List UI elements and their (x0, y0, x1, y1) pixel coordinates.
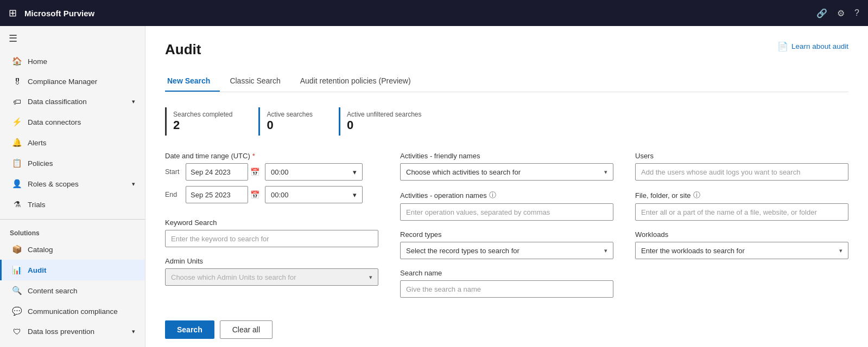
help-icon[interactable]: ? (854, 8, 859, 18)
sidebar-item-content-search-label: Content search (28, 287, 78, 295)
app-title: Microsoft Purview (24, 9, 816, 18)
sidebar-item-roles-scopes[interactable]: 👤 Roles & scopes ▾ (0, 174, 145, 194)
chevron-down-icon: ▾ (132, 181, 135, 188)
admin-units-field: Admin Units Choose which Admin Units to … (165, 257, 378, 286)
workloads-field: Workloads Enter the workloads to search … (635, 230, 848, 259)
end-date-row: End 📅 00:00 ▾ (165, 186, 378, 203)
calendar-icon[interactable]: 📅 (250, 190, 259, 199)
record-types-label: Record types (400, 230, 613, 239)
sidebar-item-trials[interactable]: ⚗ Trials (0, 194, 145, 215)
info-icon[interactable]: ⓘ (693, 190, 700, 200)
learn-link-text: Learn about audit (791, 42, 848, 50)
connectors-icon: ⚡ (11, 117, 22, 127)
file-folder-input[interactable] (635, 203, 848, 221)
start-date-input[interactable] (186, 163, 248, 181)
sidebar-item-alerts[interactable]: 🔔 Alerts (0, 132, 145, 153)
content-area: Audit 📄 Learn about audit New Search Cla… (145, 26, 868, 347)
compliance-icon: 🎖 (11, 77, 22, 86)
record-types-select[interactable]: Select the record types to search for ▾ (400, 242, 613, 259)
activities-friendly-placeholder: Choose which activities to search for (406, 168, 604, 176)
workloads-placeholder: Enter the workloads to search for (641, 247, 839, 255)
sidebar-item-catalog-label: Catalog (28, 246, 53, 254)
start-date-row: Start 📅 00:00 ▾ (165, 163, 378, 181)
date-time-field: Date and time range (UTC) * Start 📅 00:0… (165, 152, 378, 209)
sidebar: ☰ 🏠 Home 🎖 Compliance Manager 🏷 Data cla… (0, 26, 145, 347)
info-icon[interactable]: ⓘ (489, 190, 496, 200)
page-title: Audit (165, 41, 201, 58)
record-types-field: Record types Select the record types to … (400, 230, 613, 259)
admin-units-placeholder: Choose which Admin Units to search for (171, 273, 369, 281)
sidebar-item-home[interactable]: 🏠 Home (0, 51, 145, 72)
search-name-input[interactable] (400, 280, 613, 298)
clear-all-button[interactable]: Clear all (220, 320, 273, 339)
chevron-down-icon: ▾ (353, 191, 357, 199)
chevron-down-icon: ▾ (353, 168, 357, 176)
communication-icon: 💬 (11, 306, 22, 316)
sidebar-divider (0, 219, 145, 220)
keyword-input[interactable] (165, 230, 378, 247)
stat-searches-completed: Searches completed 2 (165, 107, 248, 136)
gear-icon[interactable]: ⚙ (837, 8, 845, 18)
activities-friendly-label: Activities - friendly names (400, 152, 613, 160)
sidebar-item-connectors-label: Data connectors (28, 118, 81, 126)
sidebar-item-content-search[interactable]: 🔍 Content search (0, 280, 145, 301)
share-icon[interactable]: 🔗 (816, 8, 827, 18)
sidebar-item-compliance-manager[interactable]: 🎖 Compliance Manager (0, 72, 145, 92)
chevron-down-icon: ▾ (839, 247, 842, 254)
hamburger-icon[interactable]: ☰ (0, 26, 145, 51)
stat-searches-completed-label: Searches completed (173, 111, 232, 118)
sidebar-item-policies[interactable]: 📋 Policies (0, 153, 145, 174)
stat-active-searches: Active searches 0 (258, 107, 328, 136)
chevron-down-icon: ▾ (604, 169, 607, 176)
sidebar-item-data-loss-prevention[interactable]: 🛡 Data loss prevention ▾ (0, 322, 145, 342)
users-field: Users (635, 152, 848, 181)
solutions-label: Solutions (0, 224, 145, 239)
stat-active-unfiltered-label: Active unfiltered searches (347, 111, 421, 118)
end-date-input[interactable] (186, 186, 248, 203)
activities-operation-input[interactable] (400, 203, 613, 221)
search-icon: 🔍 (11, 286, 22, 295)
learn-about-audit-link[interactable]: 📄 Learn about audit (777, 41, 848, 52)
main-layout: ☰ 🏠 Home 🎖 Compliance Manager 🏷 Data cla… (0, 26, 868, 347)
doc-icon: 📄 (777, 41, 788, 52)
users-label: Users (635, 152, 848, 160)
stat-active-searches-label: Active searches (267, 111, 313, 118)
form-col-2: Activities - friendly names Choose which… (400, 152, 613, 307)
admin-units-select[interactable]: Choose which Admin Units to search for ▾ (165, 268, 378, 286)
tab-new-search[interactable]: New Search (165, 71, 220, 92)
workloads-select[interactable]: Enter the workloads to search for ▾ (635, 242, 848, 259)
end-date-input-wrapper: 📅 (186, 186, 262, 203)
stat-searches-completed-value: 2 (173, 118, 232, 132)
tabs-bar: New Search Classic Search Audit retentio… (165, 71, 848, 92)
topbar-icons: 🔗 ⚙ ? (816, 8, 859, 18)
search-name-label: Search name (400, 269, 613, 277)
calendar-icon[interactable]: 📅 (250, 168, 259, 176)
alerts-icon: 🔔 (11, 138, 22, 147)
sidebar-item-audit[interactable]: 📊 Audit (0, 260, 145, 280)
topbar: ⊞ Microsoft Purview 🔗 ⚙ ? (0, 0, 868, 26)
tab-classic-search[interactable]: Classic Search (227, 71, 290, 92)
stat-active-unfiltered: Active unfiltered searches 0 (339, 107, 436, 136)
search-button[interactable]: Search (165, 320, 214, 339)
activities-friendly-field: Activities - friendly names Choose which… (400, 152, 613, 181)
search-form: Date and time range (UTC) * Start 📅 00:0… (165, 152, 848, 307)
policies-icon: 📋 (11, 158, 22, 168)
stat-active-searches-value: 0 (267, 118, 313, 132)
grid-icon[interactable]: ⊞ (9, 7, 17, 19)
sidebar-item-data-classification[interactable]: 🏷 Data classification ▾ (0, 92, 145, 112)
activities-friendly-select[interactable]: Choose which activities to search for ▾ (400, 163, 613, 181)
sidebar-item-catalog[interactable]: 📦 Catalog (0, 239, 145, 260)
sidebar-item-compliance-label: Compliance Manager (28, 78, 97, 86)
dlp-icon: 🛡 (11, 327, 22, 336)
required-indicator: * (252, 152, 255, 160)
stat-active-unfiltered-value: 0 (347, 118, 421, 132)
users-input[interactable] (635, 163, 848, 181)
date-time-label: Date and time range (UTC) * (165, 152, 378, 160)
end-time-select[interactable]: 00:00 ▾ (265, 186, 363, 203)
keyword-label: Keyword Search (165, 219, 378, 227)
start-time-select[interactable]: 00:00 ▾ (265, 163, 363, 181)
start-time-value: 00:00 (271, 168, 289, 176)
sidebar-item-data-connectors[interactable]: ⚡ Data connectors (0, 112, 145, 132)
sidebar-item-communication-compliance[interactable]: 💬 Communication compliance (0, 301, 145, 322)
tab-retention-policies[interactable]: Audit retention policies (Preview) (298, 71, 421, 92)
